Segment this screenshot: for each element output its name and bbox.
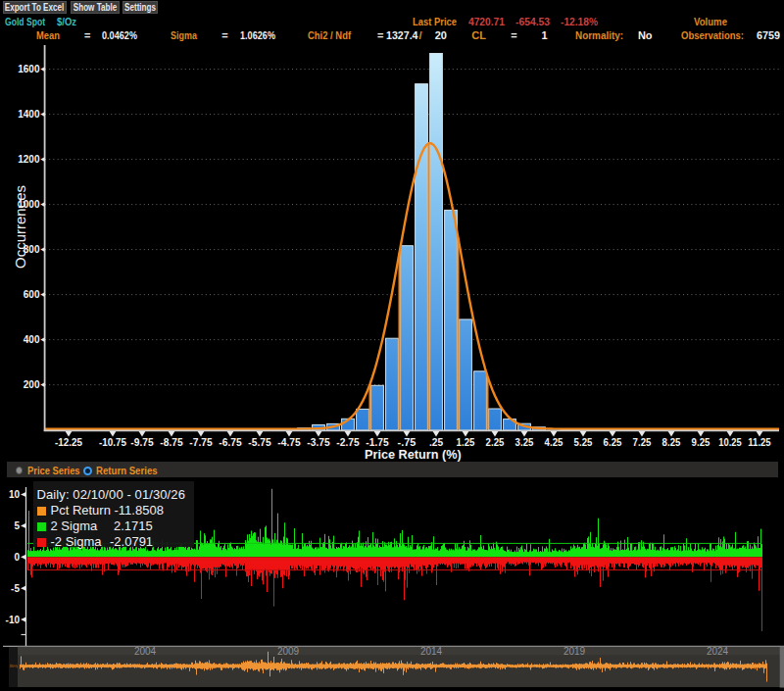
svg-text:-5.75: -5.75 [248,436,271,448]
svg-text:0: 0 [14,552,20,563]
svg-text:1200: 1200 [18,154,40,165]
svg-text:5.25: 5.25 [574,436,593,448]
svg-text:2004: 2004 [134,646,157,657]
svg-text:-12.25: -12.25 [55,436,82,448]
svg-text:-10.75: -10.75 [99,436,126,448]
svg-text:600: 600 [24,289,40,300]
svg-text:2.25: 2.25 [486,436,505,448]
svg-text:400: 400 [24,334,40,345]
svg-text:2014: 2014 [420,646,443,657]
svg-text:-4.75: -4.75 [277,436,301,448]
svg-text:-8.75: -8.75 [160,436,183,448]
svg-text:10.25: 10.25 [718,436,742,448]
svg-text:2009: 2009 [277,646,300,657]
svg-text:7.25: 7.25 [633,436,652,448]
svg-text:11.25: 11.25 [748,436,771,448]
svg-text:1400: 1400 [18,109,40,120]
svg-text:200: 200 [24,379,40,390]
svg-text:-9.75: -9.75 [130,436,154,448]
svg-text:10: 10 [9,489,21,500]
svg-text:3.25: 3.25 [515,436,534,448]
svg-text:-7.75: -7.75 [189,436,213,448]
svg-text:1600: 1600 [18,64,40,74]
svg-text:2024: 2024 [707,646,729,657]
svg-text:-10: -10 [6,615,21,625]
svg-text:4.25: 4.25 [545,436,564,448]
svg-text:-3.75: -3.75 [307,436,330,448]
svg-text:9.25: 9.25 [692,436,710,448]
svg-text:-2.75: -2.75 [336,436,360,448]
svg-text:8.25: 8.25 [662,436,681,448]
svg-text:5: 5 [14,520,20,531]
svg-text:6.25: 6.25 [604,436,622,448]
svg-text:2019: 2019 [564,646,586,657]
svg-text:-6.75: -6.75 [219,436,242,448]
svg-text:-5: -5 [11,583,20,594]
